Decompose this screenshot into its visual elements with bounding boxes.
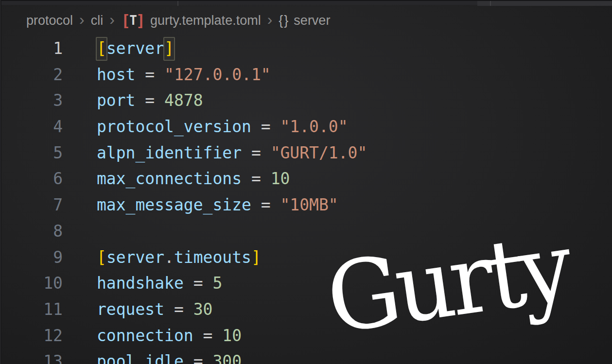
token-op: = (135, 91, 164, 110)
code-line-content: pool_idle = 300 (63, 348, 242, 364)
token-key: server (106, 39, 164, 58)
code-line[interactable]: 3port = 4878 (0, 87, 612, 114)
token-num: 30 (193, 300, 213, 319)
line-number[interactable]: 12 (0, 323, 63, 349)
tab-separator (490, 1, 491, 6)
token-num: 300 (212, 352, 242, 364)
token-num: 10 (271, 169, 290, 188)
code-line[interactable]: 5alpn_identifier = "GURT/1.0" (0, 140, 612, 166)
code-line[interactable]: 1[server] (0, 35, 612, 62)
inactive-tab-remnant[interactable] (477, 1, 612, 6)
token-key: timeouts (174, 248, 251, 267)
vscode-editor-window: protocol › cli › [T] gurty.template.toml… (0, 0, 612, 364)
token-str: "10MB" (280, 195, 338, 214)
token-br: [ (96, 37, 107, 61)
code-line[interactable]: 13pool_idle = 300 (0, 348, 612, 364)
breadcrumb-folder-cli[interactable]: cli (91, 13, 104, 28)
token-num: 4878 (164, 91, 203, 110)
token-key: request (97, 300, 164, 319)
token-pu: . (164, 248, 174, 267)
token-key: connection (97, 326, 193, 345)
token-op: = (242, 143, 271, 162)
line-number[interactable]: 13 (0, 348, 63, 364)
token-br: [ (97, 248, 106, 267)
token-num: 10 (222, 326, 242, 345)
toml-file-icon: [T] (121, 13, 145, 28)
line-number[interactable]: 7 (0, 192, 63, 218)
token-op: = (184, 352, 213, 364)
breadcrumb: protocol › cli › [T] gurty.template.toml… (26, 13, 330, 28)
code-line-content: [server.timeouts] (63, 244, 261, 271)
tab-separator (177, 1, 178, 6)
code-line-content: alpn_identifier = "GURT/1.0" (63, 140, 367, 166)
token-op: = (135, 65, 164, 84)
token-op: = (184, 274, 213, 293)
token-str: "1.0.0" (280, 117, 348, 136)
code-line[interactable]: 2host = "127.0.0.1" (0, 62, 612, 88)
token-op: = (164, 300, 193, 319)
token-key: handshake (97, 274, 184, 293)
line-number[interactable]: 1 (0, 35, 63, 62)
code-line-content: [server] (63, 35, 174, 62)
line-number[interactable]: 10 (0, 270, 63, 296)
token-str: "127.0.0.1" (164, 65, 271, 84)
line-number[interactable]: 9 (0, 244, 63, 271)
line-number[interactable]: 5 (0, 140, 63, 166)
token-br: ] (251, 248, 261, 267)
code-line[interactable]: 6max_connections = 10 (0, 166, 612, 192)
code-line[interactable]: 4protocol_version = "1.0.0" (0, 114, 612, 140)
breadcrumb-symbol-server[interactable]: server (294, 13, 330, 28)
code-line-content: host = "127.0.0.1" (63, 62, 271, 88)
code-line-content (63, 218, 97, 244)
breadcrumb-file-name[interactable]: gurty.template.toml (150, 13, 261, 28)
token-key: alpn_identifier (97, 143, 242, 162)
token-key: host (97, 65, 135, 84)
token-op: = (242, 169, 271, 188)
line-number[interactable]: 6 (0, 166, 63, 192)
toml-icon-close-bracket: ] (136, 13, 145, 28)
line-number[interactable]: 3 (0, 87, 63, 114)
token-br: ] (163, 37, 175, 61)
line-number[interactable]: 4 (0, 114, 63, 140)
chevron-right-icon: › (267, 12, 273, 27)
code-line-content: max_message_size = "10MB" (63, 192, 338, 218)
token-key: server (106, 248, 164, 267)
code-line-content: protocol_version = "1.0.0" (63, 114, 348, 140)
tab-bar-remnant[interactable] (0, 0, 612, 5)
token-num: 5 (212, 274, 222, 293)
chevron-right-icon: › (109, 12, 115, 27)
line-number[interactable]: 8 (0, 218, 63, 244)
token-op: = (193, 326, 223, 345)
token-str: "GURT/1.0" (271, 143, 367, 162)
line-number[interactable]: 2 (0, 62, 63, 88)
token-key: max_connections (97, 169, 242, 188)
chevron-right-icon: › (79, 12, 85, 27)
token-op: = (251, 195, 280, 214)
token-op: = (251, 117, 280, 136)
code-line-content: connection = 10 (63, 323, 242, 349)
breadcrumb-folder-protocol[interactable]: protocol (26, 13, 73, 28)
object-symbol-icon: {} (279, 13, 289, 28)
code-line-content: port = 4878 (63, 87, 203, 114)
line-number[interactable]: 11 (0, 296, 63, 323)
token-key: max_message_size (97, 195, 251, 214)
code-line-content: max_connections = 10 (63, 166, 290, 192)
token-key: pool_idle (97, 352, 184, 364)
token-key: port (97, 91, 135, 110)
code-line-content: request = 30 (63, 296, 212, 323)
token-key: protocol_version (97, 117, 251, 136)
code-line-content: handshake = 5 (63, 270, 222, 296)
